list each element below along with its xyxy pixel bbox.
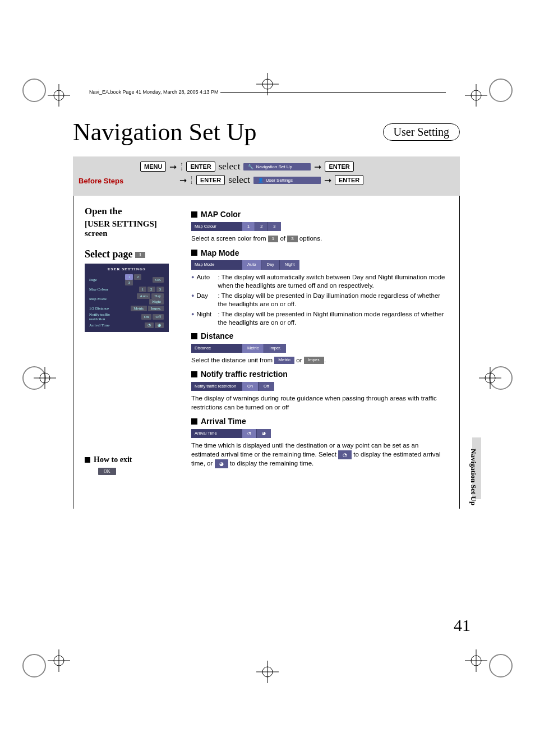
mapcolor-opt-2[interactable]: 2 xyxy=(255,222,268,231)
user-settings-chip[interactable]: 👤 User Settings xyxy=(253,177,321,184)
notify-opt-on[interactable]: On xyxy=(242,382,258,391)
menu-button[interactable]: MENU xyxy=(140,162,166,172)
right-column: MAP Color Map Colour 1 2 3 Select a scre… xyxy=(191,206,448,475)
mapcolor-opt-1[interactable]: 1 xyxy=(242,222,255,231)
distance-opt-imper[interactable]: Imper. xyxy=(264,344,286,353)
title-row: Navigation Set Up User Setting xyxy=(73,118,460,146)
arrow-right-icon: ➞ xyxy=(169,162,177,172)
notify-desc: The display of warnings during route gui… xyxy=(191,394,448,412)
open-line1: Open the xyxy=(85,206,191,217)
chip-3: 3 xyxy=(287,236,297,243)
mapmode-day-row: ●Day: The display will be presented in D… xyxy=(191,292,448,309)
mapcolor-option-bar: Map Colour 1 2 3 xyxy=(191,222,448,231)
square-bullet-icon xyxy=(85,457,90,463)
clock-icon-a: ◔ xyxy=(338,450,352,459)
chip-imper: Imper. xyxy=(304,357,324,364)
square-bullet-icon xyxy=(191,418,197,425)
step-row-1: MENU ➞ ↑↓ ENTER select 🔧 Navigation Set … xyxy=(140,161,454,172)
svg-point-15 xyxy=(262,667,273,677)
arrival-heading: Arrival Time xyxy=(191,416,448,427)
mapmode-opt-night[interactable]: Night xyxy=(279,260,300,269)
before-steps-label: Before Steps xyxy=(79,177,123,185)
svg-point-3 xyxy=(471,90,481,100)
left-column: Open the [USER SETTINGS] screen Select p… xyxy=(85,206,191,475)
notify-option-bar: Notify traffic restriction On Off xyxy=(191,382,448,391)
distance-bar-label: Distance xyxy=(191,344,242,353)
arrival-desc: The time which is displayed until the de… xyxy=(191,441,448,468)
arrival-option-bar: Arrival Time ◔ ◕ xyxy=(191,429,448,438)
notify-bar-label: Notify traffic restriction xyxy=(191,382,242,391)
nav-setup-chip[interactable]: 🔧 Navigation Set Up xyxy=(243,163,311,170)
notify-heading: Notify traffic restriction xyxy=(191,369,448,380)
chip-1: 1 xyxy=(268,236,278,243)
mapmode-opt-day[interactable]: Day xyxy=(261,260,279,269)
how-to-exit-heading: How to exit xyxy=(85,455,191,464)
page-title: Navigation Set Up xyxy=(73,118,257,146)
notify-opt-off[interactable]: Off xyxy=(258,382,274,391)
open-line2: [USER SETTINGS] xyxy=(85,219,191,229)
mapmode-option-bar: Map Mode Auto Day Night xyxy=(191,260,448,269)
updown-icon-2: ↑↓ xyxy=(190,176,193,185)
open-line3: screen xyxy=(85,229,191,238)
enter-button-3[interactable]: ENTER xyxy=(196,175,225,185)
mapcolor-heading: MAP Color xyxy=(191,209,448,220)
select-label-1: select xyxy=(219,161,241,172)
distance-option-bar: Distance Metric Imper. xyxy=(191,344,448,353)
arrow-right-icon-4: ➞ xyxy=(324,175,331,186)
mini-row-arrival: Arrival Time◔◕ xyxy=(88,322,165,329)
arrow-right-icon-2: ➞ xyxy=(314,162,321,172)
page-number: 41 xyxy=(454,616,471,635)
square-bullet-icon xyxy=(191,211,197,218)
section-pill: User Setting xyxy=(383,123,460,141)
arrow-right-icon-3: ➞ xyxy=(179,175,187,186)
arrival-opt-a[interactable]: ◔ xyxy=(242,429,256,438)
svg-point-21 xyxy=(485,373,495,383)
square-bullet-icon xyxy=(191,250,197,256)
mapmode-opt-auto[interactable]: Auto xyxy=(242,260,261,269)
bullet-icon: ● xyxy=(191,273,194,291)
chip-metric: Metric xyxy=(274,357,294,364)
svg-point-0 xyxy=(54,90,64,100)
mini-title: USER SETTINGS xyxy=(88,267,165,271)
mapcolor-opt-3[interactable]: 3 xyxy=(268,222,280,231)
before-steps-box: Before Steps MENU ➞ ↑↓ ENTER select 🔧 Na… xyxy=(73,156,460,196)
mapcolor-bar-label: Map Colour xyxy=(191,222,242,231)
enter-button-2[interactable]: ENTER xyxy=(325,162,353,172)
clock-icon-b: ◕ xyxy=(215,459,228,468)
user-settings-screenshot: USER SETTINGS Page123OK Map Colour123 Ma… xyxy=(85,264,169,332)
body-frame: Open the [USER SETTINGS] screen Select p… xyxy=(73,196,460,509)
svg-point-6 xyxy=(54,656,64,666)
svg-point-18 xyxy=(40,373,50,383)
mapmode-bar-label: Map Mode xyxy=(191,260,242,269)
select-page-heading: Select page 1 xyxy=(85,248,191,260)
mapcolor-desc: Select a screen color from 1 of 3 option… xyxy=(191,234,448,243)
mini-row-page: Page123OK xyxy=(88,274,165,286)
mini-row-mapcolour: Map Colour123 xyxy=(88,286,165,293)
mini-row-mapmode: Map ModeAutoDayNight xyxy=(88,293,165,305)
step-row-2: ➞ ↑↓ ENTER select 👤 User Settings ➞ ENTE… xyxy=(179,174,454,186)
svg-point-9 xyxy=(471,656,481,666)
enter-button-4[interactable]: ENTER xyxy=(335,175,363,185)
mapmode-auto-row: ●Auto: The display will automatically sw… xyxy=(191,273,448,291)
distance-opt-metric[interactable]: Metric xyxy=(242,344,264,353)
distance-heading: Distance xyxy=(191,331,448,342)
enter-button-1[interactable]: ENTER xyxy=(186,162,215,172)
mini-row-notify: Notify traffic restrictionOnOff xyxy=(88,312,165,322)
bullet-icon: ● xyxy=(191,310,194,328)
square-bullet-icon xyxy=(191,333,197,339)
updown-icon: ↑↓ xyxy=(180,162,183,171)
distance-desc: Select the distance unit from Metric or … xyxy=(191,356,448,365)
side-tab-label: Navigation Set Up xyxy=(469,449,478,505)
select-label-2: select xyxy=(228,174,250,186)
square-bullet-icon xyxy=(191,371,197,377)
ok-button[interactable]: OK xyxy=(98,468,116,475)
mini-row-distance: 1/2 DistanceMetricImper. xyxy=(88,305,165,312)
page-1-chip[interactable]: 1 xyxy=(135,252,145,258)
arrival-bar-label: Arrival Time xyxy=(191,429,242,438)
arrival-opt-b[interactable]: ◕ xyxy=(256,429,271,438)
mapmode-night-row: ●Night: The display will be presented in… xyxy=(191,310,448,328)
mapmode-heading: Map Mode xyxy=(191,248,448,259)
bullet-icon: ● xyxy=(191,292,194,309)
